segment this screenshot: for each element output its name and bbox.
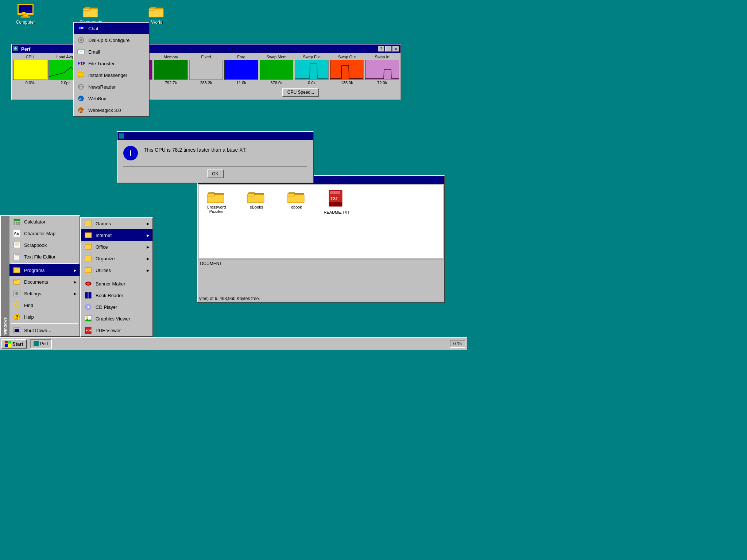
taskbar-time: 0:15	[450, 340, 465, 348]
documents-arrow: ▶	[74, 280, 77, 284]
ebooks-folder[interactable]: eBooks	[244, 190, 269, 209]
webbox-icon: W	[77, 94, 85, 103]
taskbar-perf[interactable]: Perf	[30, 339, 52, 349]
menu-item-calculator[interactable]: Calculator	[9, 216, 80, 228]
crossword-folder[interactable]: Crossword Puzzles	[204, 190, 229, 214]
internet-icon	[84, 231, 93, 240]
perf-meters: CPU 0.0% Load Avg. 2.0pr Interrupts 1222…	[13, 55, 399, 85]
svg-text:Aä: Aä	[14, 231, 19, 236]
cpu-speed-dialog: i This CPU is 78.2 times faster than a b…	[117, 131, 314, 183]
programs-item-internet[interactable]: Internet ▶	[81, 229, 152, 241]
im-label: Instant Messenger	[88, 73, 127, 78]
internet-item-webmagick[interactable]: WM WebMagick 3.0	[74, 104, 149, 116]
settings-label: Settings	[24, 291, 41, 296]
shutdown-icon	[12, 326, 21, 335]
scrapbook-label: Scrapbook	[24, 242, 47, 248]
computer-icon	[17, 4, 34, 18]
cpu-dialog-titlebar	[117, 132, 313, 140]
world-icon	[148, 4, 166, 18]
svg-rect-90	[8, 341, 11, 343]
programs-item-banner-maker[interactable]: Banner Maker	[81, 278, 152, 289]
internet-arrow: ▶	[147, 233, 150, 237]
programs-submenu: Games ▶ Internet ▶ Office ▶ Organize ▶	[80, 217, 153, 337]
svg-rect-68	[89, 292, 91, 298]
perf-window: ⚙ Perf ? _ ✕ CPU 0.0% Load Avg.	[11, 44, 401, 100]
readme-file[interactable]: TXT README.TXT	[324, 190, 349, 214]
menu-item-text-file-editor[interactable]: Text File Editor	[9, 251, 80, 262]
programs-item-utilities[interactable]: Utilities ▶	[81, 264, 152, 276]
perf-buttons: Settings... CPU Speed...	[13, 86, 399, 98]
utilities-label: Utilities	[96, 268, 111, 273]
cpu-dialog-buttons: OK	[117, 167, 313, 183]
svg-point-66	[86, 283, 90, 285]
programs-label: Programs	[24, 268, 44, 273]
svg-rect-67	[85, 292, 88, 298]
taskbar-perf-icon	[34, 341, 39, 346]
menu-item-scrapbook[interactable]: Scrapbook	[9, 239, 80, 251]
programs-item-graphics-viewer[interactable]: Graphics Viewer	[81, 313, 152, 324]
start-menu-items: Calculator Aä Character Map Scrapbook	[9, 216, 80, 336]
svg-rect-23	[247, 194, 255, 196]
internet-item-webbox[interactable]: W WebBox	[74, 93, 149, 104]
svg-text:?: ?	[16, 315, 18, 320]
svg-rect-44	[14, 253, 20, 260]
help-icon: ?	[12, 312, 21, 321]
internet-submenu: IRC Chat Dial-up & Configure Email FTP	[73, 22, 150, 117]
programs-item-book-reader[interactable]: Book Reader	[81, 289, 152, 301]
calculator-label: Calculator	[24, 219, 46, 225]
documents-menu-icon	[12, 277, 21, 286]
menu-item-shutdown[interactable]: Shut Down...	[9, 324, 80, 336]
file-transfer-label: File Transfer	[88, 61, 115, 66]
perf-help-button[interactable]: ?	[378, 46, 384, 52]
file-manager-window: Crossword Puzzles eBooks obook	[197, 175, 445, 303]
programs-item-organize[interactable]: Organize ▶	[81, 253, 152, 264]
menu-item-find[interactable]: Find	[9, 299, 80, 311]
utilities-icon	[84, 266, 93, 275]
scrapbook-icon-item[interactable]: obook	[284, 190, 309, 209]
perf-close-button[interactable]: ✕	[392, 46, 399, 52]
menu-item-settings[interactable]: Settings ▶	[9, 288, 80, 299]
cpu-ok-button[interactable]: OK	[207, 170, 223, 178]
svg-rect-19	[207, 194, 214, 196]
internet-item-dialup[interactable]: Dial-up & Configure	[74, 34, 149, 46]
internet-item-newsreader[interactable]: NewsReader	[74, 81, 149, 93]
menu-item-help[interactable]: ? Help	[9, 311, 80, 323]
newsreader-icon	[77, 82, 85, 91]
internet-item-email[interactable]: Email	[74, 46, 149, 58]
svg-rect-60	[85, 221, 92, 226]
documents-icon	[82, 4, 100, 18]
book-reader-label: Book Reader	[96, 293, 123, 298]
svg-text:⚙: ⚙	[14, 47, 17, 51]
menu-item-character-map[interactable]: Aä Character Map	[9, 228, 80, 239]
desktop-icon-computer[interactable]: Computer	[11, 4, 40, 25]
svg-rect-37	[14, 223, 15, 225]
perf-title-icon: ⚙	[13, 46, 19, 52]
svg-rect-49	[13, 268, 17, 269]
svg-rect-93	[34, 341, 39, 346]
programs-item-pdf-viewer[interactable]: PDF PDF Viewer	[81, 324, 152, 336]
menu-item-programs[interactable]: Programs ▶	[9, 264, 80, 276]
perf-titlebar: ⚙ Perf ? _ ✕	[12, 44, 400, 53]
newsreader-label: NewsReader	[88, 84, 116, 90]
text-file-editor-label: Text File Editor	[24, 254, 55, 260]
banner-maker-label: Banner Maker	[96, 281, 125, 287]
svg-rect-35	[16, 222, 18, 223]
svg-rect-27	[287, 194, 295, 196]
scrapbook-menu-icon	[12, 241, 21, 249]
menu-item-documents[interactable]: Documents ▶	[9, 276, 80, 288]
start-menu: Windows Calculator	[0, 215, 80, 337]
internet-item-file-transfer[interactable]: FTP File Transfer	[74, 58, 149, 69]
cpu-speed-button[interactable]: CPU Speed...	[282, 88, 319, 97]
programs-item-cd-player[interactable]: CD Player	[81, 301, 152, 313]
internet-item-chat[interactable]: IRC Chat	[74, 23, 149, 34]
cd-player-icon	[84, 303, 93, 311]
utilities-arrow: ▶	[147, 268, 150, 272]
start-button[interactable]: Start	[1, 339, 27, 349]
programs-item-games[interactable]: Games ▶	[81, 218, 152, 229]
perf-minimize-button[interactable]: _	[385, 46, 392, 52]
file-manager-status: ytes) of 6. 498,960 Kbytes free.	[198, 295, 444, 302]
chat-label: Chat	[88, 26, 98, 31]
programs-item-office[interactable]: Office ▶	[81, 241, 152, 253]
webmagick-label: WebMagick 3.0	[88, 108, 121, 113]
internet-item-im[interactable]: Instant Messenger	[74, 69, 149, 81]
